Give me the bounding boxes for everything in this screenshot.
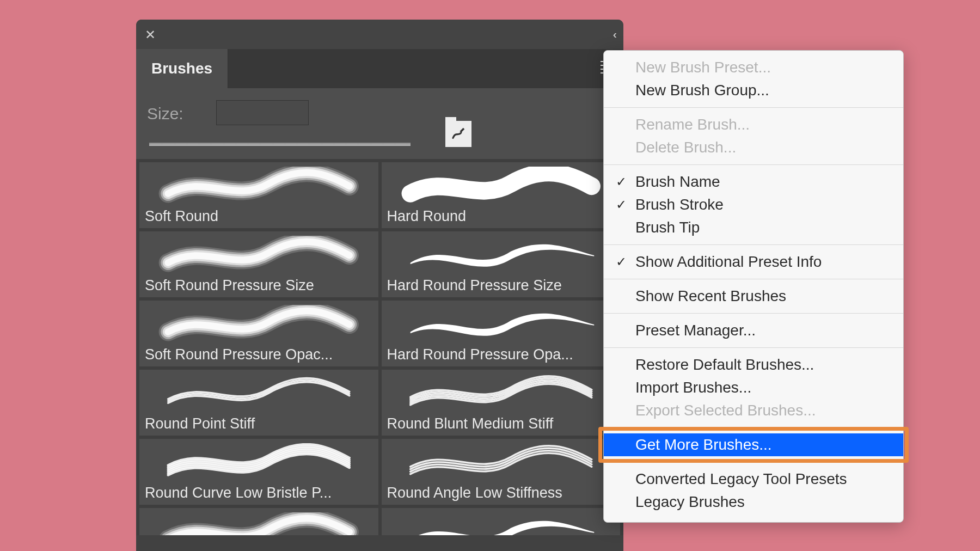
menu-item-label: Converted Legacy Tool Presets [635,470,847,487]
menu-separator [604,313,903,314]
brush-cell[interactable]: Hard Round Pressure Size [382,231,621,297]
menu-item-label: Get More Brushes... [635,436,772,453]
brush-stroke-preview [387,443,615,482]
menu-item: New Brush Preset... [604,56,903,79]
brush-stroke-preview [145,512,373,535]
menu-item-label: Restore Default Brushes... [635,356,814,373]
panel-context-menu: New Brush Preset...New Brush Group...Ren… [603,50,904,523]
collapse-chevrons-icon[interactable]: ‹‹ [613,28,614,41]
menu-item[interactable]: Preset Manager... [604,319,903,342]
brush-cell[interactable]: Hard Round [382,162,621,228]
menu-item-label: Brush Stroke [635,196,724,213]
brush-name-label: Hard Round Pressure Opa... [387,346,615,363]
size-input[interactable] [216,100,309,125]
brush-stroke-preview [387,305,615,344]
brush-cell[interactable]: Round Curve Low Bristle P... [139,439,378,505]
menu-item-label: Export Selected Brushes... [635,402,816,419]
menu-item-label: Brush Tip [635,219,700,236]
tab-brushes[interactable]: Brushes [136,49,228,88]
menu-item-label: Rename Brush... [635,116,750,133]
menu-item: Rename Brush... [604,113,903,136]
brush-stroke-preview [387,374,615,413]
menu-separator [604,462,903,462]
brush-cell[interactable] [382,508,621,535]
menu-item[interactable]: Show Recent Brushes [604,285,903,308]
menu-item-label: Legacy Brushes [635,493,745,510]
brush-cell[interactable]: Soft Round Pressure Opac... [139,301,378,366]
menu-item-label: New Brush Preset... [635,59,771,76]
menu-separator [604,279,903,279]
check-icon: ✓ [616,254,627,270]
brush-name-label: Round Blunt Medium Stiff [387,415,615,432]
menu-item-label: New Brush Group... [635,82,769,99]
brush-grid: Soft RoundHard RoundSoft Round Pressure … [136,159,623,535]
menu-item[interactable]: ✓Brush Name [604,170,903,193]
brush-name-label: Soft Round Pressure Opac... [145,346,373,363]
check-icon: ✓ [616,197,627,212]
menu-item-label: Show Recent Brushes [635,287,786,304]
tab-area-empty [228,49,623,88]
menu-item[interactable]: ✓Show Additional Preset Info [604,250,903,273]
brush-name-label: Soft Round [145,208,373,225]
brush-stroke-preview [145,167,373,206]
menu-separator [604,164,903,165]
menu-item-label: Delete Brush... [635,139,736,156]
panel-titlebar: ✕ ‹‹ [136,20,623,49]
brush-stroke-preview [145,236,373,275]
brush-cell[interactable]: Round Point Stiff [139,370,378,436]
menu-item-label: Show Additional Preset Info [635,253,822,270]
menu-item[interactable]: Legacy Brushes [604,491,903,513]
tab-row: Brushes [136,49,623,88]
menu-item[interactable]: Brush Tip [604,216,903,239]
menu-item: Export Selected Brushes... [604,399,903,422]
brush-cell[interactable]: Round Angle Low Stiffness [382,439,621,505]
brushes-panel: ✕ ‹‹ Brushes Size: Soft RoundHard RoundS… [136,20,623,551]
brush-stroke-preview [145,305,373,344]
menu-item[interactable]: ✓Brush Stroke [604,193,903,216]
brush-stroke-preview [387,167,615,206]
size-label: Size: [147,105,183,123]
brush-name-label: Round Angle Low Stiffness [387,485,615,501]
menu-item[interactable]: Converted Legacy Tool Presets [604,468,903,491]
brush-stroke-preview [145,374,373,413]
check-icon: ✓ [616,174,627,189]
menu-item-label: Import Brushes... [635,379,751,396]
brush-name-label: Round Curve Low Bristle P... [145,485,373,501]
menu-item[interactable]: Restore Default Brushes... [604,353,903,376]
brush-name-label: Soft Round Pressure Size [145,277,373,294]
brush-cell[interactable] [139,508,378,535]
brush-name-label: Hard Round Pressure Size [387,277,615,294]
menu-separator [604,427,903,428]
menu-separator [604,347,903,348]
brush-name-label: Round Point Stiff [145,415,373,432]
brush-stroke-preview [145,443,373,482]
menu-item-label: Preset Manager... [635,322,756,339]
menu-item[interactable]: Get More Brushes... [604,433,903,456]
menu-item: Delete Brush... [604,136,903,159]
brush-preview-folder-icon[interactable] [445,121,471,147]
size-controls: Size: [136,88,623,159]
menu-separator [604,107,903,108]
size-slider[interactable] [149,143,411,146]
menu-item-label: Brush Name [635,173,720,190]
menu-item[interactable]: Import Brushes... [604,376,903,399]
menu-item[interactable]: New Brush Group... [604,79,903,102]
brush-stroke-preview [387,236,615,275]
brush-cell[interactable]: Hard Round Pressure Opa... [382,301,621,366]
menu-separator [604,244,903,245]
brush-cell[interactable]: Soft Round [139,162,378,228]
brush-name-label: Hard Round [387,208,615,225]
close-icon[interactable]: ✕ [145,27,156,42]
brush-cell[interactable]: Soft Round Pressure Size [139,231,378,297]
brush-stroke-preview [387,512,615,535]
brush-cell[interactable]: Round Blunt Medium Stiff [382,370,621,436]
